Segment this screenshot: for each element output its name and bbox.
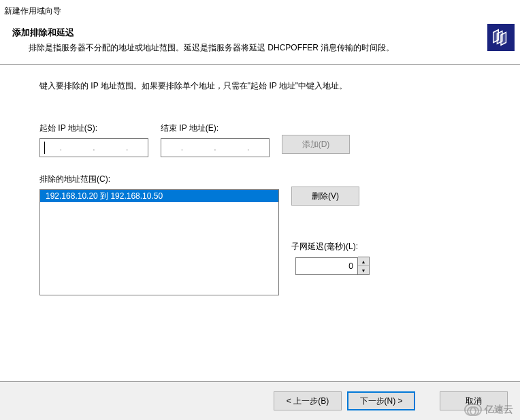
- end-ip-label: 结束 IP 地址(E):: [161, 123, 270, 134]
- header-title: 添加排除和延迟: [12, 27, 508, 39]
- cancel-button[interactable]: 取消: [440, 391, 508, 410]
- instruction-text: 键入要排除的 IP 地址范围。如果要排除单个地址，只需在"起始 IP 地址"中键…: [39, 80, 481, 93]
- excluded-item[interactable]: 192.168.10.20 到 192.168.10.50: [40, 190, 278, 202]
- wizard-header: 添加排除和延迟 排除是指服务器不分配的地址或地址范围。延迟是指服务器将延迟 DH…: [0, 22, 520, 64]
- header-description: 排除是指服务器不分配的地址或地址范围。延迟是指服务器将延迟 DHCPOFFER …: [29, 42, 467, 54]
- excluded-section: 排除的地址范围(C): 192.168.10.20 到 192.168.10.5…: [39, 174, 481, 295]
- scope-icon: [487, 24, 515, 51]
- start-ip-group: 起始 IP 地址(S): ...: [39, 123, 148, 157]
- start-ip-label: 起始 IP 地址(S):: [39, 123, 148, 134]
- wizard-footer: < 上一步(B) 下一步(N) > 取消: [0, 381, 520, 420]
- back-button[interactable]: < 上一步(B): [274, 391, 342, 410]
- next-button[interactable]: 下一步(N) >: [347, 391, 415, 410]
- wizard-content: 键入要排除的 IP 地址范围。如果要排除单个地址，只需在"起始 IP 地址"中键…: [0, 65, 520, 309]
- delay-spin-up[interactable]: ▲: [358, 257, 369, 266]
- excluded-label: 排除的地址范围(C):: [39, 174, 279, 185]
- window-title: 新建作用域向导: [0, 0, 520, 22]
- delay-spin-down[interactable]: ▼: [358, 266, 369, 275]
- delay-row: ▲ ▼: [295, 257, 481, 275]
- remove-button[interactable]: 删除(V): [291, 187, 359, 206]
- start-ip-input[interactable]: ...: [39, 138, 148, 157]
- add-button[interactable]: 添加(D): [282, 135, 350, 154]
- delay-label: 子网延迟(毫秒)(L):: [291, 241, 481, 253]
- wizard-dialog: 新建作用域向导 添加排除和延迟 排除是指服务器不分配的地址或地址范围。延迟是指服…: [0, 0, 520, 420]
- excluded-listbox[interactable]: 192.168.10.20 到 192.168.10.50: [39, 189, 279, 295]
- ip-input-row: 起始 IP 地址(S): ... 结束 IP 地址(E): ... 添加(D): [39, 123, 481, 157]
- end-ip-group: 结束 IP 地址(E): ...: [161, 123, 270, 157]
- delay-input[interactable]: [295, 257, 358, 275]
- delay-spinner: ▲ ▼: [358, 257, 370, 275]
- end-ip-input[interactable]: ...: [161, 138, 270, 157]
